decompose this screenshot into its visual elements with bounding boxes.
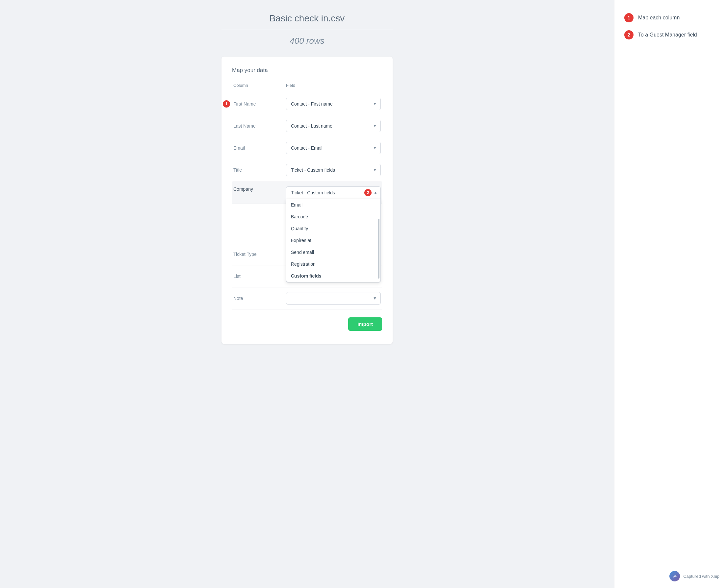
xnip-label: Captured with Xnip: [683, 574, 720, 579]
input-badge-wrapper: 2 ▲: [364, 189, 378, 196]
card-title: Map your data: [232, 67, 382, 74]
sidebar-step-2: 2 To a Guest Manager field: [624, 30, 716, 40]
xnip-icon: ✳: [669, 571, 680, 582]
dropdown-scrollbar[interactable]: [378, 219, 380, 278]
field-select-firstname[interactable]: Contact - First name: [286, 98, 381, 110]
step-badge-2-inline: 2: [364, 189, 371, 196]
field-select-wrapper-note: ▼: [286, 292, 381, 304]
columns-header: Column Field: [232, 83, 382, 88]
row-count: 400 rows: [289, 36, 324, 46]
mapping-rows: 1 First Name Contact - First name ▼ Last…: [232, 93, 382, 310]
field-select-lastname[interactable]: Contact - Last name: [286, 120, 381, 132]
field-header-label: Field: [286, 83, 295, 88]
mapping-row-firstname: 1 First Name Contact - First name ▼: [232, 93, 382, 115]
col-label-note: Note: [233, 296, 286, 301]
mapping-row-lastname: Last Name Contact - Last name ▼: [232, 115, 382, 137]
field-select-email[interactable]: Contact - Email: [286, 142, 381, 154]
page-title: Basic check in.csv: [269, 13, 345, 24]
company-dropdown-list: Email Barcode Quantity Expires at Send e…: [286, 199, 381, 282]
dropdown-item-quantity[interactable]: Quantity: [286, 223, 380, 234]
dropdown-item-expires-at[interactable]: Expires at: [286, 234, 380, 246]
step-badge-sidebar-2: 2: [624, 30, 633, 40]
col-label-email: Email: [233, 145, 286, 151]
col-label-list: List: [233, 274, 286, 279]
dropdown-item-send-email[interactable]: Send email: [286, 246, 380, 258]
col-label-ticket-type: Ticket Type: [233, 252, 286, 257]
dropdown-item-custom-fields[interactable]: Custom fields: [286, 270, 380, 282]
field-select-note[interactable]: [286, 292, 381, 304]
import-btn-row: Import: [232, 317, 382, 331]
dropdown-item-barcode[interactable]: Barcode: [286, 211, 380, 223]
field-select-wrapper-title: Ticket - Custom fields ▼: [286, 164, 381, 176]
col-label-firstname: First Name: [233, 101, 286, 107]
step-label-1: Map each column: [638, 15, 680, 21]
step-badge-1: 1: [223, 100, 230, 107]
mapping-row-title: Title Ticket - Custom fields ▼: [232, 159, 382, 181]
field-select-wrapper-email: Contact - Email ▼: [286, 142, 381, 154]
main-content: Basic check in.csv 400 rows Map your dat…: [0, 0, 614, 588]
column-header-label: Column: [233, 83, 286, 88]
step-badge-sidebar-1: 1: [624, 13, 633, 22]
mapping-row-company: Company 2 ▲ Email Barcode Quantity Expir…: [232, 181, 382, 204]
field-select-wrapper-lastname: Contact - Last name ▼: [286, 120, 381, 132]
dropdown-item-email[interactable]: Email: [286, 199, 380, 211]
chevron-up-icon-company: ▲: [374, 190, 378, 195]
field-select-wrapper-company: 2 ▲ Email Barcode Quantity Expires at Se…: [286, 187, 381, 199]
mapping-row-note: Note ▼: [232, 288, 382, 310]
dropdown-item-registration[interactable]: Registration: [286, 258, 380, 270]
mapping-card: Map your data Column Field 1 First Name …: [221, 57, 392, 344]
mapping-row-email: Email Contact - Email ▼: [232, 137, 382, 159]
import-button[interactable]: Import: [348, 317, 382, 331]
field-select-title[interactable]: Ticket - Custom fields: [286, 164, 381, 176]
sidebar-step-1: 1 Map each column: [624, 13, 716, 22]
right-sidebar: 1 Map each column 2 To a Guest Manager f…: [614, 0, 726, 588]
field-input-container-company: 2 ▲ Email Barcode Quantity Expires at Se…: [286, 187, 381, 199]
xnip-footer: ✳ Captured with Xnip: [669, 571, 720, 582]
divider: [221, 29, 392, 29]
col-label-title: Title: [233, 167, 286, 173]
col-label-lastname: Last Name: [233, 123, 286, 129]
step-label-2: To a Guest Manager field: [638, 32, 697, 38]
col-label-company: Company: [233, 187, 286, 192]
field-select-wrapper-firstname: Contact - First name ▼: [286, 98, 381, 110]
